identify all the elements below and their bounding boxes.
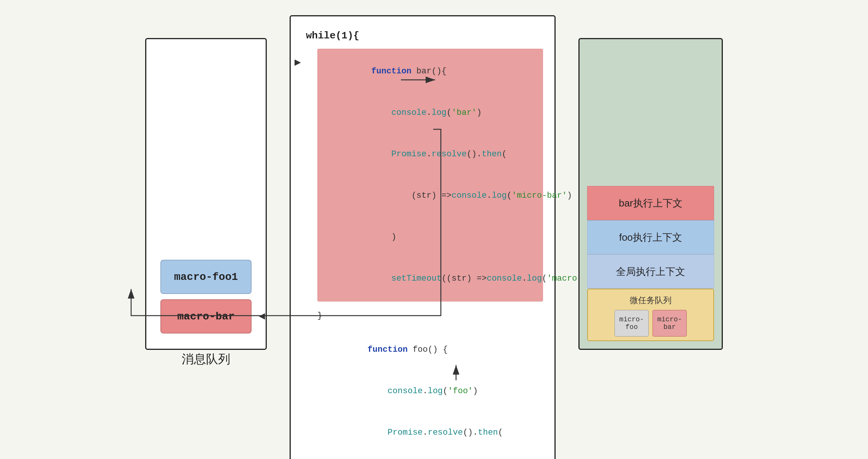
diagram-container: macro-foo1 macro-bar ◄ 消息队列 while(1){ ▶ …	[0, 0, 868, 459]
foo-micro: (str) =>console.log('micro-foo')	[317, 453, 543, 459]
message-queue-panel: macro-foo1 macro-bar ◄ 消息队列	[145, 38, 267, 350]
microtask-item-micro-foo: micro-foo	[615, 310, 649, 337]
microtask-queue-box: 微任务队列 micro-foo micro-bar	[587, 289, 714, 341]
bar-fn-header: function bar(){	[321, 51, 539, 92]
message-queue-label: 消息队列	[182, 351, 230, 368]
bar-then-close: )	[321, 216, 539, 258]
bar-closing-brace: }	[317, 309, 543, 323]
stack-item-bar: bar执行上下文	[587, 186, 714, 220]
bar-promise: Promise.resolve().then(	[321, 134, 539, 175]
bar-console-log: console.log('bar')	[321, 92, 539, 134]
microtask-item-micro-bar: micro-bar	[653, 310, 687, 337]
mq-item-macro-foo1: macro-foo1	[160, 260, 252, 294]
foo-promise: Promise.resolve().then(	[317, 412, 543, 453]
bar-micro: (str) =>console.log('micro-bar')	[321, 175, 539, 217]
code-block: while(1){ ▶ function bar(){ console.log(…	[306, 28, 543, 459]
foo-function-block: function foo() { console.log('foo') Prom…	[317, 329, 543, 459]
foo-console-log: console.log('foo')	[317, 370, 543, 412]
microtask-items: micro-foo micro-bar	[592, 310, 710, 337]
arrow-left-to-macro-bar: ◄	[259, 311, 265, 322]
bar-function-block: ▶ function bar(){ console.log('bar') Pro…	[317, 49, 543, 302]
arrow-into-bar: ▶	[295, 54, 301, 71]
while-line: while(1){	[306, 28, 543, 44]
stack-item-foo: foo执行上下文	[587, 220, 714, 254]
while-header: while(1){	[306, 28, 543, 44]
mq-item-macro-bar: macro-bar ◄	[160, 299, 252, 334]
foo-fn-header: function foo() {	[317, 329, 543, 371]
bar-settimeout: setTimeout((str) =>console.log('macro-ba…	[321, 258, 539, 299]
call-stack-panel: bar执行上下文 foo执行上下文 全局执行上下文 微任务队列 micro-fo…	[578, 38, 723, 350]
stack-item-global: 全局执行上下文	[587, 254, 714, 289]
main-thread-panel: while(1){ ▶ function bar(){ console.log(…	[290, 15, 556, 459]
microtask-queue-label: 微任务队列	[592, 295, 710, 306]
